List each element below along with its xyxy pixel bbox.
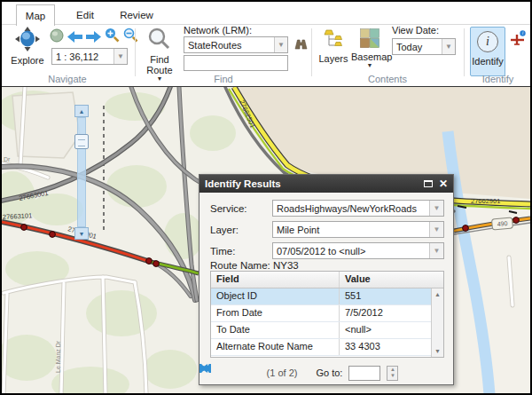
group-label-find: Find bbox=[137, 74, 310, 84]
route-name-value: NY33 bbox=[273, 260, 299, 271]
scroll-down-icon[interactable]: ▼ bbox=[432, 345, 443, 357]
tab-review[interactable]: Review bbox=[113, 4, 160, 26]
group-label-identify: Identify bbox=[466, 74, 530, 84]
spinner-down-icon[interactable]: ▼ bbox=[390, 373, 395, 379]
map-zoom-slider[interactable]: ▲ ▼ bbox=[74, 105, 89, 240]
network-lrm-combobox[interactable]: StateRoutes ▼ bbox=[184, 36, 288, 53]
svg-text:490: 490 bbox=[497, 220, 507, 227]
route-id-label: 27662901 bbox=[471, 197, 500, 205]
table-row[interactable]: Object ID 551 bbox=[211, 288, 443, 305]
chevron-down-icon[interactable]: ▼ bbox=[442, 39, 455, 54]
identify-button[interactable]: i Identify bbox=[470, 27, 505, 76]
table-row[interactable]: From Date 7/5/2012 bbox=[211, 305, 443, 322]
ribbon-tab-bar: Map Edit Review bbox=[2, 2, 530, 25]
goto-spinner[interactable]: ▲▼ bbox=[387, 366, 398, 381]
route-shield: 490 bbox=[492, 217, 513, 230]
zoom-in-icon[interactable] bbox=[105, 28, 120, 46]
layer-combobox[interactable]: Mile Point ▼ bbox=[272, 221, 444, 238]
chevron-down-icon: ▼ bbox=[351, 62, 388, 68]
group-separator bbox=[464, 28, 465, 76]
table-scrollbar[interactable]: ▲ ▼ bbox=[431, 288, 443, 357]
identify-results-titlebar[interactable]: Identify Results ✕ bbox=[200, 175, 453, 193]
chevron-down-icon[interactable]: ▼ bbox=[429, 201, 443, 216]
table-row[interactable]: To Date <null> bbox=[211, 322, 443, 339]
route-value-field[interactable] bbox=[184, 55, 288, 71]
binoculars-icon[interactable] bbox=[294, 37, 308, 53]
forward-arrow-icon[interactable] bbox=[86, 30, 101, 46]
panel-title: Identify Results bbox=[205, 178, 281, 189]
zoom-slider-up-button[interactable]: ▲ bbox=[74, 105, 89, 117]
service-label: Service: bbox=[210, 200, 247, 217]
view-date-combobox[interactable]: Today ▼ bbox=[392, 38, 456, 55]
layers-tree-icon bbox=[323, 37, 344, 52]
map-view[interactable]: 490 27663001 27663101 27935001 27662901 … bbox=[2, 86, 530, 393]
tab-map[interactable]: Map bbox=[16, 4, 55, 26]
group-separator bbox=[311, 28, 312, 76]
zoom-slider-handle[interactable] bbox=[74, 134, 89, 149]
tab-edit[interactable]: Edit bbox=[66, 4, 105, 26]
explore-button[interactable]: Explore bbox=[7, 27, 48, 73]
layers-button[interactable]: Layers bbox=[317, 28, 349, 78]
service-combobox[interactable]: RoadsHighways/NewYorkRoads ▼ bbox=[272, 200, 444, 217]
identify-results-panel: Identify Results ✕ Service: RoadsHighway… bbox=[199, 174, 454, 385]
street-name-label: Dr bbox=[4, 156, 11, 162]
zoom-out-icon[interactable] bbox=[123, 28, 138, 46]
network-lrm-label: Network (LRM): bbox=[184, 25, 252, 36]
back-arrow-icon[interactable] bbox=[67, 30, 82, 46]
maximize-icon[interactable] bbox=[424, 180, 433, 187]
scroll-up-icon[interactable]: ▲ bbox=[432, 288, 443, 300]
layer-label: Layer: bbox=[210, 221, 239, 238]
find-route-magnifier-icon bbox=[148, 38, 171, 53]
close-icon[interactable]: ✕ bbox=[439, 179, 448, 188]
pagination-bar: (1 of 2) Go to: ▲▼ bbox=[200, 363, 453, 383]
app-window: Map Edit Review Explore bbox=[0, 0, 532, 395]
chevron-down-icon[interactable]: ▼ bbox=[274, 37, 287, 52]
globe-icon[interactable] bbox=[50, 28, 64, 46]
chevron-down-icon[interactable]: ▼ bbox=[429, 222, 443, 237]
find-route-button[interactable]: FindRoute ▼ bbox=[142, 28, 177, 81]
ribbon: Explore 1 : 36,112 ▼ Navigate FindRoute bbox=[2, 25, 530, 86]
group-label-navigate: Navigate bbox=[2, 74, 133, 84]
table-header: Field Value bbox=[211, 272, 443, 288]
basemap-tiles-icon bbox=[360, 36, 379, 51]
table-row[interactable]: Alternate Route Name 33 4303 bbox=[211, 339, 443, 356]
identify-i-icon: i bbox=[477, 31, 498, 52]
explore-compass-icon bbox=[14, 39, 41, 54]
chevron-down-icon[interactable]: ▼ bbox=[113, 49, 127, 64]
street-name-label: Le Manz Dr bbox=[55, 340, 61, 373]
view-date-label: View Date: bbox=[392, 25, 439, 36]
group-separator bbox=[135, 28, 136, 76]
group-label-contents: Contents bbox=[313, 74, 462, 84]
page-indicator: (1 of 2) bbox=[267, 367, 298, 378]
zoom-slider-down-button[interactable]: ▼ bbox=[74, 227, 89, 240]
attributes-table: Field Value Object ID 551 From Date 7/5/… bbox=[210, 271, 444, 358]
scale-combobox[interactable]: 1 : 36,112 ▼ bbox=[51, 48, 128, 65]
goto-page-input[interactable] bbox=[348, 366, 380, 381]
spinner-up-icon[interactable]: ▲ bbox=[390, 367, 395, 373]
chevron-down-icon[interactable]: ▼ bbox=[429, 243, 443, 258]
identify-route-characteristics-icon[interactable]: i bbox=[509, 30, 527, 50]
goto-label: Go to: bbox=[316, 367, 342, 378]
route-id-label: 27663101 bbox=[3, 211, 33, 221]
